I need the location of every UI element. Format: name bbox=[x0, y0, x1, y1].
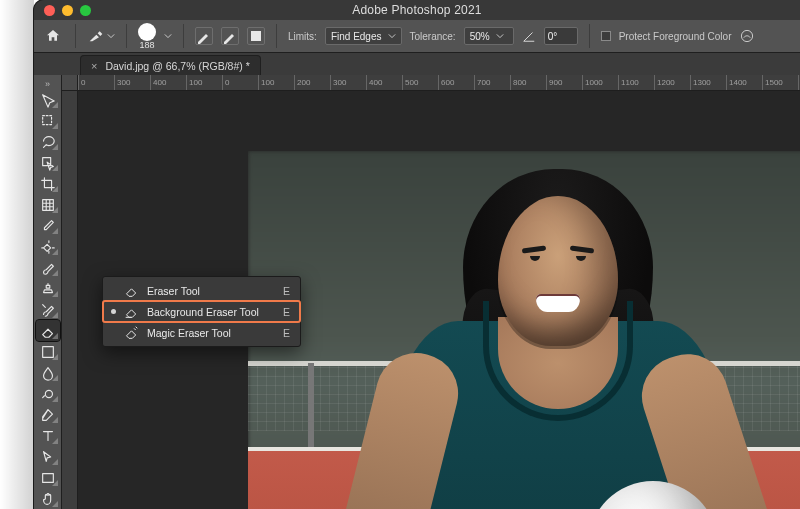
ruler-tick: 100 bbox=[186, 75, 222, 90]
blur-tool[interactable] bbox=[36, 362, 60, 383]
flyout-item-eraser-tool[interactable]: Eraser ToolE bbox=[103, 280, 300, 301]
brush-preset-picker[interactable]: 188 bbox=[138, 23, 156, 50]
ruler-tick: 0 bbox=[222, 75, 258, 90]
toolbox-chevron-icon[interactable]: » bbox=[36, 78, 60, 89]
dodge-tool[interactable] bbox=[36, 383, 60, 404]
chevron-down-icon[interactable] bbox=[164, 32, 172, 40]
flyout-item-shortcut: E bbox=[267, 306, 290, 318]
ruler-tick: 0 bbox=[78, 75, 114, 90]
app-window: Adobe Photoshop 2021 188 Limits: Find Ed… bbox=[34, 0, 800, 509]
eraser-icon bbox=[124, 304, 139, 319]
vertical-ruler[interactable] bbox=[62, 75, 78, 509]
flyout-item-magic-eraser-tool[interactable]: Magic Eraser ToolE bbox=[103, 322, 300, 343]
angle-icon bbox=[522, 29, 536, 43]
ruler-tick: 1000 bbox=[582, 75, 618, 90]
selected-indicator-icon bbox=[111, 309, 116, 314]
path-select-tool[interactable] bbox=[36, 446, 60, 467]
ruler-tick: 1200 bbox=[654, 75, 690, 90]
eyedropper-tool[interactable] bbox=[36, 215, 60, 236]
ruler-tick: 1500 bbox=[762, 75, 798, 90]
flyout-item-background-eraser-tool[interactable]: Background Eraser ToolE bbox=[103, 301, 300, 322]
gradient-tool[interactable] bbox=[36, 341, 60, 362]
document-image bbox=[248, 151, 800, 509]
pressure-toggle-icon[interactable] bbox=[739, 28, 755, 44]
flyout-item-label: Magic Eraser Tool bbox=[147, 327, 231, 339]
close-tab-icon[interactable]: × bbox=[91, 60, 97, 72]
sampling-once-button[interactable] bbox=[221, 27, 239, 45]
rectangle-tool[interactable] bbox=[36, 467, 60, 488]
sampling-swatch-button[interactable] bbox=[247, 27, 265, 45]
app-title: Adobe Photoshop 2021 bbox=[34, 3, 800, 17]
eraser-tool[interactable] bbox=[36, 320, 60, 341]
flyout-item-label: Eraser Tool bbox=[147, 285, 200, 297]
home-button[interactable] bbox=[42, 25, 64, 47]
type-tool[interactable] bbox=[36, 425, 60, 446]
brush-preview-icon bbox=[138, 23, 156, 41]
object-select-tool[interactable] bbox=[36, 152, 60, 173]
crop-tool[interactable] bbox=[36, 173, 60, 194]
tools-panel: » bbox=[34, 75, 62, 509]
document-tab-bar: × David.jpg @ 66,7% (RGB/8#) * bbox=[34, 53, 800, 75]
ruler-tick: 300 bbox=[114, 75, 150, 90]
brush-tool[interactable] bbox=[36, 257, 60, 278]
sampling-continuous-button[interactable] bbox=[195, 27, 213, 45]
titlebar: Adobe Photoshop 2021 bbox=[34, 0, 800, 20]
flyout-item-label: Background Eraser Tool bbox=[147, 306, 259, 318]
tool-preset-picker[interactable] bbox=[87, 28, 115, 44]
horizontal-ruler[interactable]: 0300400100010020030040050060070080090010… bbox=[78, 75, 800, 91]
limits-label: Limits: bbox=[288, 31, 317, 42]
marquee-tool[interactable] bbox=[36, 110, 60, 131]
ruler-tick: 900 bbox=[546, 75, 582, 90]
ruler-tick: 400 bbox=[150, 75, 186, 90]
ruler-tick: 400 bbox=[366, 75, 402, 90]
protect-foreground-label: Protect Foreground Color bbox=[619, 31, 732, 42]
clone-stamp-tool[interactable] bbox=[36, 278, 60, 299]
frame-tool[interactable] bbox=[36, 194, 60, 215]
ruler-tick: 200 bbox=[294, 75, 330, 90]
pen-tool[interactable] bbox=[36, 404, 60, 425]
move-tool[interactable] bbox=[36, 89, 60, 110]
eraser-icon bbox=[124, 283, 139, 298]
document-tab[interactable]: × David.jpg @ 66,7% (RGB/8#) * bbox=[80, 55, 261, 75]
options-bar: 188 Limits: Find Edges Tolerance: 50% Pr… bbox=[34, 20, 800, 53]
hand-tool[interactable] bbox=[36, 488, 60, 509]
ruler-tick: 300 bbox=[330, 75, 366, 90]
healing-brush-tool[interactable] bbox=[36, 236, 60, 257]
eraser-tool-flyout: Eraser ToolEBackground Eraser ToolEMagic… bbox=[102, 276, 301, 347]
flyout-item-shortcut: E bbox=[267, 327, 290, 339]
ruler-tick: 100 bbox=[258, 75, 294, 90]
ruler-tick: 800 bbox=[510, 75, 546, 90]
tolerance-label: Tolerance: bbox=[410, 31, 456, 42]
history-brush-tool[interactable] bbox=[36, 299, 60, 320]
ruler-tick: 1300 bbox=[690, 75, 726, 90]
tolerance-value: 50% bbox=[470, 31, 490, 42]
document-tab-label: David.jpg @ 66,7% (RGB/8#) * bbox=[105, 60, 249, 72]
ruler-tick: 1400 bbox=[726, 75, 762, 90]
tolerance-input[interactable]: 50% bbox=[464, 27, 514, 45]
ruler-origin[interactable] bbox=[62, 75, 78, 91]
ruler-tick: 600 bbox=[438, 75, 474, 90]
limits-select[interactable]: Find Edges bbox=[325, 27, 402, 45]
limits-value: Find Edges bbox=[331, 31, 382, 42]
ruler-tick: 500 bbox=[402, 75, 438, 90]
flyout-item-shortcut: E bbox=[267, 285, 290, 297]
ruler-tick: 700 bbox=[474, 75, 510, 90]
ruler-tick: 1100 bbox=[618, 75, 654, 90]
lasso-tool[interactable] bbox=[36, 131, 60, 152]
protect-foreground-checkbox[interactable] bbox=[601, 31, 611, 41]
svg-rect-0 bbox=[251, 31, 261, 41]
angle-input[interactable] bbox=[544, 27, 578, 45]
brush-size-value: 188 bbox=[139, 41, 154, 50]
eraser-icon bbox=[124, 325, 139, 340]
